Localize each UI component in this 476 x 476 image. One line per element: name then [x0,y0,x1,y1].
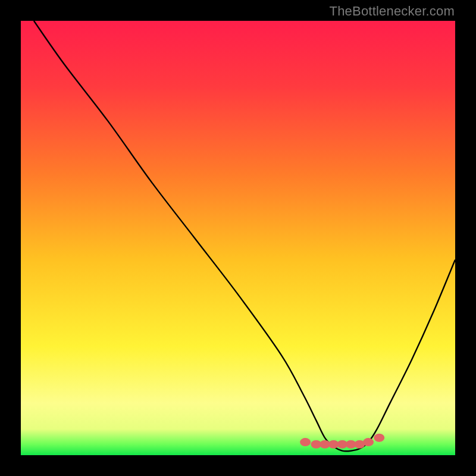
marker-dot [300,438,311,446]
attribution-text: TheBottlenecker.com [330,4,455,19]
bottleneck-chart [21,21,455,455]
chart-background [21,21,455,455]
marker-dot [374,434,384,442]
marker-dot [363,438,374,446]
chart-frame [21,21,455,455]
